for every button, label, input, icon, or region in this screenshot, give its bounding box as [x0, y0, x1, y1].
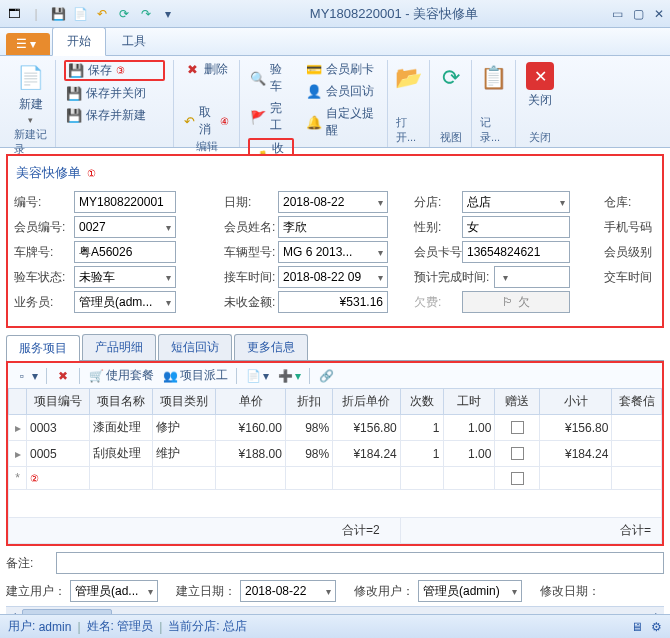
tab-tools[interactable]: 工具	[108, 28, 160, 55]
qat-save2-icon[interactable]: 📄	[72, 6, 88, 22]
log-button[interactable]: 📋	[474, 60, 514, 96]
modified-by-input[interactable]: 管理员(admin)	[418, 580, 522, 602]
save-close-button[interactable]: 💾保存并关闭	[64, 84, 165, 103]
remark-row: 备注:	[6, 552, 664, 574]
finish-button[interactable]: 🚩完工	[248, 99, 294, 135]
label-sales: 业务员:	[12, 294, 74, 311]
input-date[interactable]: 2018-08-22	[278, 191, 388, 213]
x-icon: ✖	[55, 368, 71, 384]
qat-refresh-icon[interactable]: ⟳	[116, 6, 132, 22]
status-name: 管理员	[117, 618, 153, 635]
col-cat[interactable]: 项目类别	[153, 389, 216, 415]
status-tool1-icon[interactable]: 🖥	[631, 620, 643, 634]
new-record-button[interactable]: 📄 新建 ▾	[11, 60, 51, 127]
gift-checkbox-new[interactable]	[511, 472, 524, 485]
close-icon[interactable]: ✕	[654, 7, 664, 21]
qat-app-icon: 🗔	[6, 6, 22, 22]
col-gift[interactable]: 赠送	[495, 389, 540, 415]
open-button[interactable]: 📂	[389, 60, 429, 96]
label-warehouse: 仓库:	[602, 194, 642, 211]
input-recv-time[interactable]: 2018-08-22 09	[278, 266, 388, 288]
input-due-time[interactable]	[494, 266, 570, 288]
minimize-icon[interactable]: ▭	[612, 7, 623, 21]
tb-new[interactable]: ▫▾	[14, 368, 38, 384]
input-member-no[interactable]: 0027	[74, 216, 176, 238]
open-label: 打开...	[396, 115, 421, 145]
member-card-button[interactable]: 💳会员刷卡	[304, 60, 379, 79]
col-pkg[interactable]: 套餐信	[612, 389, 662, 415]
label-inspect: 验车状态:	[12, 269, 74, 286]
member-visit-button[interactable]: 👤会员回访	[304, 82, 379, 101]
custom-remind-button[interactable]: 🔔自定义提醒	[304, 104, 379, 140]
tb-link[interactable]: 🔗	[318, 368, 334, 384]
new-row[interactable]: *②	[9, 467, 662, 490]
delete-button[interactable]: ✖删除	[182, 60, 231, 79]
col-no[interactable]: 项目编号	[27, 389, 90, 415]
input-member-name[interactable]: 李欣	[278, 216, 388, 238]
detail-tabs: 服务项目 产品明细 短信回访 更多信息	[6, 334, 664, 361]
input-sales[interactable]: 管理员(adm...	[74, 291, 176, 313]
tb-use-pkg[interactable]: 🛒使用套餐	[88, 367, 154, 384]
tab-start[interactable]: 开始	[52, 27, 106, 56]
col-hrs[interactable]: 工时	[443, 389, 495, 415]
table-row[interactable]: ▸ 0003漆面处理修护 ¥160.0098%¥156.8011.00 ¥156…	[9, 415, 662, 441]
inspect-button[interactable]: 🔍验车	[248, 60, 294, 96]
gift-checkbox[interactable]	[511, 447, 524, 460]
qat-save-icon[interactable]: 💾	[50, 6, 66, 22]
col-name[interactable]: 项目名称	[90, 389, 153, 415]
tab-service[interactable]: 服务项目	[6, 335, 80, 361]
input-gender[interactable]: 女	[462, 216, 570, 238]
doc-icon: ▫	[14, 368, 30, 384]
mark-1: ①	[87, 168, 96, 179]
statusbar: 用户: admin | 姓名: 管理员 | 当前分店: 总店 🖥 ⚙	[0, 614, 670, 638]
qat-redo-icon[interactable]: ↷	[138, 6, 154, 22]
qat-undo-icon[interactable]: ↶	[94, 6, 110, 22]
bell-icon: 🔔	[306, 114, 322, 130]
view-button[interactable]: ⟳	[431, 60, 471, 96]
input-branch[interactable]: 总店	[462, 191, 570, 213]
input-plate[interactable]: 粤A56026	[74, 241, 176, 263]
tb-copy[interactable]: 📄▾	[245, 368, 269, 384]
cancel-button[interactable]: ↶取消④	[182, 103, 231, 139]
col-sub[interactable]: 小计	[540, 389, 612, 415]
label-debt: 欠费:	[412, 294, 462, 311]
input-inspect[interactable]: 未验车	[74, 266, 176, 288]
modified-by-label: 修改用户：	[354, 583, 414, 600]
col-price[interactable]: 单价	[216, 389, 286, 415]
label-code: 编号:	[12, 194, 74, 211]
col-disc[interactable]: 折扣	[285, 389, 332, 415]
created-on-input[interactable]: 2018-08-22	[240, 580, 336, 602]
label-branch: 分店:	[412, 194, 462, 211]
input-code[interactable]: MY1808220001	[74, 191, 176, 213]
close-x-icon: ✕	[526, 62, 554, 90]
table-row[interactable]: ▸ 0005刮痕处理维护 ¥188.0098%¥184.2411.00 ¥184…	[9, 441, 662, 467]
file-menu-button[interactable]: ☰ ▾	[6, 33, 50, 55]
tab-sms[interactable]: 短信回访	[158, 334, 232, 360]
inspect-icon: 🔍	[250, 70, 266, 86]
plus-icon: ➕	[277, 368, 293, 384]
input-unpaid[interactable]: ¥531.16	[278, 291, 388, 313]
status-tool2-icon[interactable]: ⚙	[651, 620, 662, 634]
qat-more-icon[interactable]: ▾	[160, 6, 176, 22]
service-grid[interactable]: 项目编号 项目名称 项目类别 单价 折扣 折后单价 次数 工时 赠送 小计 套餐…	[8, 388, 662, 544]
gift-checkbox[interactable]	[511, 421, 524, 434]
tb-dispatch[interactable]: 👥项目派工	[162, 367, 228, 384]
tab-more[interactable]: 更多信息	[234, 334, 308, 360]
created-on-label: 建立日期：	[176, 583, 236, 600]
save-new-button[interactable]: 💾保存并新建	[64, 106, 165, 125]
label-level: 会员级别	[602, 244, 652, 261]
col-dprice[interactable]: 折后单价	[333, 389, 401, 415]
modified-on-label: 修改日期：	[540, 583, 600, 600]
remark-input[interactable]	[56, 552, 664, 574]
save-button[interactable]: 💾 保存 ③	[64, 60, 165, 81]
close-button[interactable]: ✕关闭	[522, 60, 558, 111]
created-by-input[interactable]: 管理员(ad...	[70, 580, 158, 602]
ribbon: 📄 新建 ▾ 新建记录 💾 保存 ③ 💾保存并关闭 💾保存并新建 ✖删除 ↶取消…	[0, 56, 670, 148]
tb-add[interactable]: ➕▾	[277, 368, 301, 384]
tb-del[interactable]: ✖	[55, 368, 71, 384]
maximize-icon[interactable]: ▢	[633, 7, 644, 21]
tab-product[interactable]: 产品明细	[82, 334, 156, 360]
input-model[interactable]: MG 6 2013...	[278, 241, 388, 263]
col-qty[interactable]: 次数	[400, 389, 443, 415]
input-card-no[interactable]: 13654824621	[462, 241, 570, 263]
